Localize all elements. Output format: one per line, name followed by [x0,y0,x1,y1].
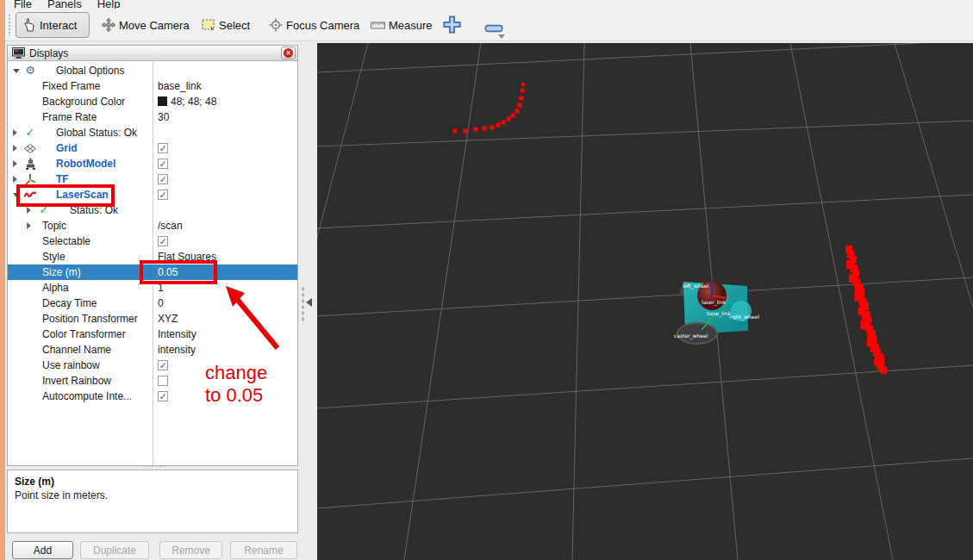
ruler-icon [371,22,385,29]
color-property-value[interactable]: 48; 48; 48 [158,94,216,109]
checkbox[interactable]: ✓ [158,190,168,200]
displays-panel-header[interactable]: Displays ✕ [8,46,297,61]
display-row-status-ok[interactable]: ✓Status: Ok [8,202,297,218]
expand-collapsed-arrow-icon[interactable] [27,222,31,229]
display-row-use-rainbow[interactable]: Use rainbow✓ [8,358,297,373]
close-panel-button[interactable]: ✕ [281,47,296,59]
property-value[interactable]: 0 [158,296,164,311]
property-value[interactable]: Flat Squares [158,249,216,264]
menu-bar: FilePanelsHelp [0,0,973,9]
display-row-fixed-frame[interactable]: Fixed Framebase_link [8,78,297,94]
property-value[interactable]: 0.05 [158,264,178,280]
display-row-tf[interactable]: TF✓ [8,171,297,187]
display-row-selectable[interactable]: Selectable✓ [8,233,297,249]
focus-camera-tool-label: Focus Camera [286,19,359,32]
add-button[interactable]: Add [12,541,73,559]
property-value[interactable]: base_link [158,78,202,94]
property-label: LaserScan [56,187,109,202]
laserscan-icon [23,190,37,200]
expand-collapsed-arrow-icon[interactable] [13,176,17,183]
toolbar-drag-handle[interactable] [8,14,12,36]
property-label: RobotModel [56,156,115,171]
displays-panel: Displays ✕ ⚙Global OptionsFixed Framebas… [7,45,298,466]
display-row-size-m[interactable]: Size (m)0.05 [8,264,297,280]
property-help-box: Size (m) Point size in meters. [7,470,298,533]
checkbox[interactable]: ✓ [158,143,168,153]
property-label: Use rainbow [42,358,100,373]
property-label: Frame Rate [42,109,97,125]
display-row-global-status-ok[interactable]: ✓Global Status: Ok [8,125,297,140]
checkbox[interactable]: ✓ [158,360,168,370]
3d-viewport[interactable]: left_wheellaser_linkbase_linkright_wheel… [317,43,973,560]
focus-crosshair-icon [269,18,283,32]
checkbox[interactable]: ✓ [158,391,168,401]
measure-tool-button[interactable]: Measure [364,12,440,38]
property-value[interactable]: /scan [158,218,183,233]
display-row-grid[interactable]: Grid✓ [8,140,297,156]
display-row-style[interactable]: StyleFlat Squares [8,249,297,264]
rviz-window: FilePanelsHelp Interact Move Camera Sele… [0,0,973,560]
expand-expanded-arrow-icon[interactable] [13,193,20,197]
close-icon: ✕ [284,48,293,58]
menu-file[interactable]: File [14,0,32,9]
minus-icon [484,24,503,33]
help-splitter-handle[interactable]: ······ [129,462,181,469]
toolbar-overflow-caret[interactable] [498,34,505,39]
property-label: Fixed Frame [42,78,100,94]
property-label: Size (m) [42,264,81,280]
checkbox[interactable] [158,376,168,386]
expand-collapsed-arrow-icon[interactable] [13,129,17,136]
collapse-panel-arrow-icon[interactable] [306,298,312,307]
zoom-in-button[interactable] [443,16,461,37]
duplicate-button: Duplicate [80,541,149,559]
display-row-frame-rate[interactable]: Frame Rate30 [8,109,297,125]
expand-collapsed-arrow-icon[interactable] [13,160,17,167]
property-value[interactable]: XYZ [158,311,178,327]
display-row-position-transformer[interactable]: Position TransformerXYZ [8,311,297,327]
property-label: Topic [42,218,66,233]
display-row-robotmodel[interactable]: RobotModel✓ [8,156,297,171]
display-row-background-color[interactable]: Background Color48; 48; 48 [8,94,297,109]
focus-camera-tool-button[interactable]: Focus Camera [262,12,366,38]
display-row-channel-name[interactable]: Channel Nameintensity [8,342,297,358]
display-row-autocompute-inte[interactable]: Autocompute Inte...✓ [8,389,297,404]
display-row-alpha[interactable]: Alpha1 [8,280,297,296]
property-label: Global Options [56,63,124,78]
svg-text:caster_wheel: caster_wheel [674,333,708,339]
property-label: Channel Name [42,342,111,358]
panel-viewport-splitter[interactable] [298,41,317,560]
property-label: Global Status: Ok [56,125,137,140]
property-value[interactable]: 1 [158,280,164,296]
display-row-topic[interactable]: Topic/scan [8,218,297,233]
property-value[interactable]: Intensity [158,327,196,342]
property-value[interactable]: intensity [158,342,196,358]
expand-collapsed-arrow-icon[interactable] [27,207,31,214]
display-row-color-transformer[interactable]: Color TransformerIntensity [8,327,297,342]
display-row-invert-rainbow[interactable]: Invert Rainbow [8,373,297,389]
menu-help[interactable]: Help [97,0,121,9]
display-row-decay-time[interactable]: Decay Time0 [8,296,297,311]
display-row-laserscan[interactable]: LaserScan✓ [8,187,297,202]
grid-icon [24,144,36,153]
select-tool-button[interactable]: Select [195,12,257,38]
expand-expanded-arrow-icon[interactable] [13,69,20,73]
menu-panels[interactable]: Panels [47,0,82,9]
checkbox[interactable]: ✓ [158,174,168,184]
property-label: Style [42,249,65,264]
interact-tool-button[interactable]: Interact [16,12,90,38]
move-camera-tool-button[interactable]: Move Camera [95,12,196,38]
checkbox[interactable]: ✓ [158,236,168,246]
property-value[interactable]: 30 [158,109,169,125]
hand-pointer-icon [23,18,36,32]
property-label: Grid [56,140,78,156]
robot-icon [25,158,36,170]
remove-button: Remove [159,541,222,559]
checkbox[interactable]: ✓ [158,159,168,169]
property-label: Decay Time [42,296,97,311]
expand-collapsed-arrow-icon[interactable] [13,145,17,152]
display-row-global-options[interactable]: ⚙Global Options [8,63,297,78]
property-label: Background Color [42,94,125,109]
status-ok-icon: ✓ [26,127,35,139]
displays-tree: ⚙Global OptionsFixed Framebase_linkBackg… [8,61,297,465]
interact-tool-label: Interact [40,19,77,32]
